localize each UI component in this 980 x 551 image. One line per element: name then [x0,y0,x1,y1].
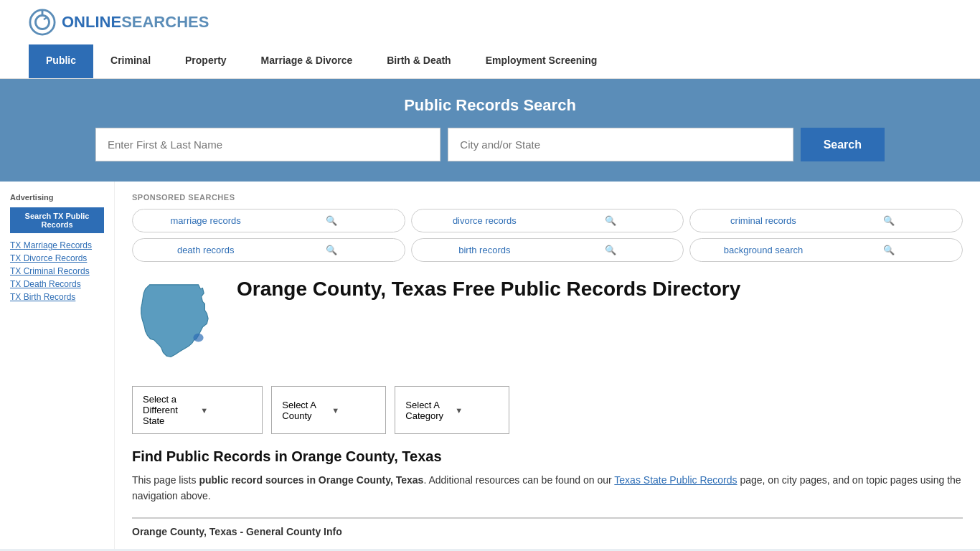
title-row: Orange County, Texas Free Public Records… [132,276,963,372]
sponsored-item[interactable]: death records🔍 [132,238,405,262]
logo-text: ONLINESEARCHES [62,13,209,32]
name-input[interactable] [95,128,440,161]
search-icon: 🔍 [547,245,673,255]
category-dropdown-arrow: ▼ [455,406,499,415]
search-row: Search [95,128,885,161]
sponsored-item-text: background search [700,245,826,255]
sidebar: Advertising Search TX Public Records TX … [0,182,115,549]
find-heading: Find Public Records in Orange County, Te… [132,448,963,465]
header: ONLINESEARCHES [0,0,980,44]
find-text: This page lists public record sources in… [132,472,963,504]
page-heading: Orange County, Texas Free Public Records… [237,276,740,301]
search-icon: 🔍 [826,215,952,226]
category-dropdown-label: Select A Category [405,400,449,421]
search-band: Public Records Search Search [0,79,980,182]
page-heading-container: Orange County, Texas Free Public Records… [237,276,740,301]
dropdowns-row: Select a Different State ▼ Select A Coun… [132,386,963,434]
sponsored-label: SPONSORED SEARCHES [132,193,963,202]
category-dropdown[interactable]: Select A Category ▼ [395,386,509,434]
logo-icon [29,9,56,36]
sidebar-link[interactable]: TX Death Records [10,279,104,289]
nav-item-employment-screening[interactable]: Employment Screening [468,44,615,78]
ad-button[interactable]: Search TX Public Records [10,207,104,233]
main-nav: PublicCriminalPropertyMarriage & Divorce… [0,44,980,79]
svg-line-3 [44,17,48,19]
sidebar-link[interactable]: TX Marriage Records [10,240,104,250]
svg-point-4 [193,334,203,342]
texas-map-icon [132,276,218,369]
sponsored-item-text: criminal records [700,215,826,226]
nav-item-public[interactable]: Public [29,44,93,78]
nav-item-marriage---divorce[interactable]: Marriage & Divorce [244,44,370,78]
find-text-2: . Additional resources can be found on o… [423,474,614,486]
search-icon: 🔍 [268,245,394,255]
nav-item-criminal[interactable]: Criminal [93,44,168,78]
search-icon: 🔍 [547,215,673,226]
sponsored-item[interactable]: background search🔍 [689,238,963,262]
sponsored-item[interactable]: criminal records🔍 [689,209,963,232]
sponsored-item-text: marriage records [143,215,268,226]
state-map [132,276,225,372]
sidebar-link[interactable]: TX Divorce Records [10,253,104,263]
county-dropdown[interactable]: Select A County ▼ [271,386,386,434]
nav-item-property[interactable]: Property [168,44,244,78]
logo: ONLINESEARCHES [29,9,209,36]
state-dropdown-arrow: ▼ [200,406,252,415]
main-container: Advertising Search TX Public Records TX … [0,182,980,549]
sponsored-grid: marriage records🔍divorce records🔍crimina… [132,209,963,262]
sponsored-item[interactable]: divorce records🔍 [411,209,684,232]
county-info-box: Orange County, Texas - General County In… [132,517,963,537]
county-dropdown-arrow: ▼ [331,406,375,415]
sponsored-item[interactable]: birth records🔍 [411,238,684,262]
state-dropdown[interactable]: Select a Different State ▼ [132,386,263,434]
sponsored-item-text: divorce records [422,215,547,226]
search-icon: 🔍 [268,215,394,226]
sponsored-item[interactable]: marriage records🔍 [132,209,405,232]
nav-item-birth---death[interactable]: Birth & Death [369,44,468,78]
county-info-title: Orange County, Texas - General County In… [132,526,963,537]
sidebar-link[interactable]: TX Criminal Records [10,266,104,276]
texas-state-link[interactable]: Texas State Public Records [614,474,737,486]
city-input[interactable] [448,128,793,161]
search-button[interactable]: Search [801,128,885,161]
find-text-bold: public record sources in Orange County, … [199,474,423,486]
find-text-1: This page lists [132,474,199,486]
sponsored-item-text: birth records [422,245,547,255]
search-icon: 🔍 [826,245,952,255]
content-area: SPONSORED SEARCHES marriage records🔍divo… [115,182,980,549]
ad-label: Advertising [10,193,104,202]
state-dropdown-label: Select a Different State [143,394,194,426]
search-band-title: Public Records Search [29,96,951,115]
county-dropdown-label: Select A County [282,400,326,421]
sidebar-link[interactable]: TX Birth Records [10,292,104,302]
sponsored-item-text: death records [143,245,268,255]
